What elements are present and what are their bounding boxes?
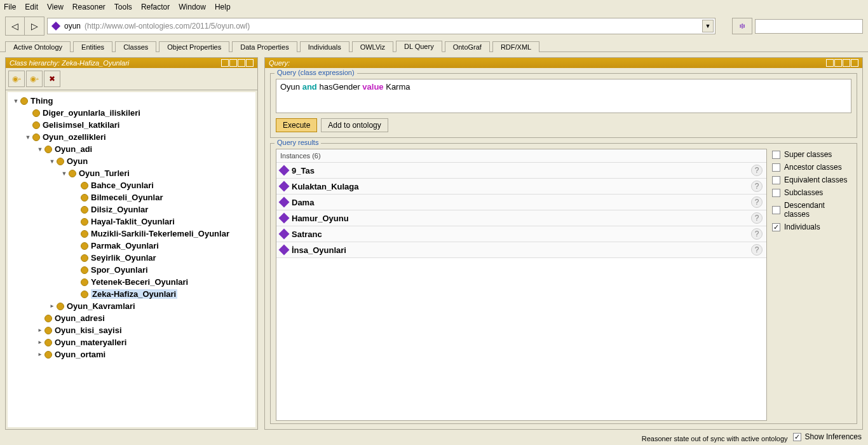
tree-node[interactable]: Oyun_ortami [11,348,255,360]
filter-check-ancestor-classes[interactable]: Ancestor classes [772,163,851,172]
result-row[interactable]: İnsa_Oyunlari? [276,242,766,258]
help-icon[interactable]: ? [751,196,763,208]
show-inferences-check[interactable]: ✓ Show Inferences [793,432,862,441]
tree-node[interactable]: Yetenek-Beceri_Oyunlari [11,276,255,288]
checkbox-label: Ancestor classes [784,163,842,172]
status-message: Reasoner state out of sync with active o… [642,435,788,442]
tree-node[interactable]: Muzikli-Sarkili-Tekerlemeli_Oyunlar [11,228,255,240]
checkbox-label: Super classes [784,150,832,159]
result-row[interactable]: Dama? [276,195,766,210]
individual-icon [279,181,290,192]
tab-dl-query[interactable]: DL Query [396,41,442,52]
tree-node[interactable]: Bilmeceli_Oyunlar [11,191,255,203]
help-icon[interactable]: ? [751,244,763,256]
tab-rdf/xml[interactable]: RDF/XML [492,41,539,52]
tab-object-properties[interactable]: Object Properties [159,41,229,52]
tree-node[interactable]: Oyun_ozellikleri [11,131,255,143]
tree-node[interactable]: Parmak_Oyunlari [11,240,255,252]
panel-btn-1[interactable] [826,59,834,67]
menu-reasoner[interactable]: Reasoner [72,3,105,11]
status-bar: Reasoner state out of sync with active o… [642,432,862,445]
menu-refactor[interactable]: Refactor [141,3,170,11]
help-icon[interactable]: ? [751,165,763,176]
filter-check-descendant-classes[interactable]: Descendant classes [772,201,851,219]
result-row[interactable]: Satranc? [276,226,766,242]
filter-check-individuals[interactable]: ✓Individuals [772,222,851,231]
class-icon [81,254,88,262]
tree-node[interactable]: Gelisimsel_katkilari [11,119,255,131]
tree-node[interactable]: Oyun_Kavramlari [11,300,255,312]
search-button[interactable]: ፨ [732,18,752,34]
add-subclass-button[interactable]: ◉+ [8,71,25,87]
panel-btn-3[interactable] [238,59,245,67]
help-icon[interactable]: ? [751,228,763,240]
tree-node-label: Oyun_Kavramlari [67,301,135,311]
menu-file[interactable]: File [4,3,16,11]
tab-active-ontology[interactable]: Active Ontology [5,41,71,52]
panel-btn-4[interactable] [246,59,254,67]
add-to-ontology-button[interactable]: Add to ontology [321,118,388,132]
search-input[interactable] [755,19,863,34]
tree-node[interactable]: Oyun_adresi [11,312,255,324]
tab-owlviz[interactable]: OWLViz [352,41,393,52]
tree-node[interactable]: Bahce_Oyunlari [11,179,255,191]
result-row[interactable]: 9_Tas? [276,163,766,179]
tree-node[interactable]: Oyun_adi [11,143,255,155]
back-button[interactable]: ◁ [6,17,25,35]
panel-btn-2[interactable] [229,59,237,67]
tree-node-label: Bilmeceli_Oyunlar [91,193,163,202]
tree-node[interactable]: Spor_Oyunlari [11,264,255,276]
tree-node[interactable]: Oyun [11,155,255,167]
class-icon [44,146,52,153]
checkbox-label: Subclasses [784,188,823,197]
forward-button[interactable]: ▷ [25,17,44,35]
tab-individuals[interactable]: Individuals [300,41,349,52]
class-tree[interactable]: ThingDiger_oyunlarla_iliskileriGelisimse… [7,92,256,428]
filter-check-super-classes[interactable]: Super classes [772,150,851,159]
individual-icon [279,213,290,224]
tree-node[interactable]: Oyun_Turleri [11,167,255,179]
menu-window[interactable]: Window [179,3,206,11]
delete-class-button[interactable]: ✖ [44,71,60,87]
tree-node[interactable]: Oyun_materyalleri [11,336,255,348]
help-icon[interactable]: ? [751,212,763,224]
tree-node-label: Diger_oyunlarla_iliskileri [43,108,140,118]
result-row[interactable]: Kulaktan_Kulaga? [276,179,766,195]
address-dropdown[interactable]: ▼ [702,20,714,32]
class-icon [32,121,40,129]
panel-btn-2[interactable] [834,59,842,67]
tab-classes[interactable]: Classes [115,41,156,52]
result-label: Dama [292,198,314,207]
result-row[interactable]: Hamur_Oyunu? [276,210,766,226]
tree-node-label: Oyun_Turleri [79,168,130,178]
menu-tools[interactable]: Tools [114,3,132,11]
query-box-label: Query (class expression) [275,69,357,76]
tab-ontograf[interactable]: OntoGraf [445,41,490,52]
tree-node[interactable]: Zeka-Hafiza_Oyunlari [11,288,255,300]
tree-node[interactable]: Diger_oyunlarla_iliskileri [11,107,255,119]
help-icon[interactable]: ? [751,181,763,192]
class-icon [81,242,88,250]
tree-node[interactable]: Seyirlik_Oyunlar [11,252,255,264]
query-input[interactable]: Oyun and hasGender value Karma [276,79,851,113]
menu-edit[interactable]: Edit [25,3,38,11]
execute-button[interactable]: Execute [276,118,317,132]
filter-check-equivalent-classes[interactable]: Equivalent classes [772,175,851,184]
tree-node[interactable]: Hayal-Taklit_Oyunlari [11,216,255,228]
add-sibling-button[interactable]: ◉+ [26,71,43,87]
tree-node[interactable]: Thing [11,95,255,107]
tab-entities[interactable]: Entities [73,41,112,52]
tree-node[interactable]: Dilsiz_Oyunlar [11,203,255,216]
tree-node[interactable]: Oyun_kisi_sayisi [11,324,255,336]
tree-node-label: Oyun_ozellikleri [43,132,106,142]
panel-btn-3[interactable] [843,59,850,67]
panel-btn-1[interactable] [221,59,229,67]
tab-data-properties[interactable]: Data Properties [232,41,297,52]
menu-help[interactable]: Help [215,3,231,11]
panel-btn-4[interactable] [851,59,858,67]
menu-view[interactable]: View [47,3,64,11]
filter-check-subclasses[interactable]: Subclasses [772,188,851,197]
class-icon [32,109,40,117]
query-text: Oyun [280,82,302,92]
address-bar[interactable]: oyun (http://www.owl-ontologies.com/2011… [47,18,715,34]
